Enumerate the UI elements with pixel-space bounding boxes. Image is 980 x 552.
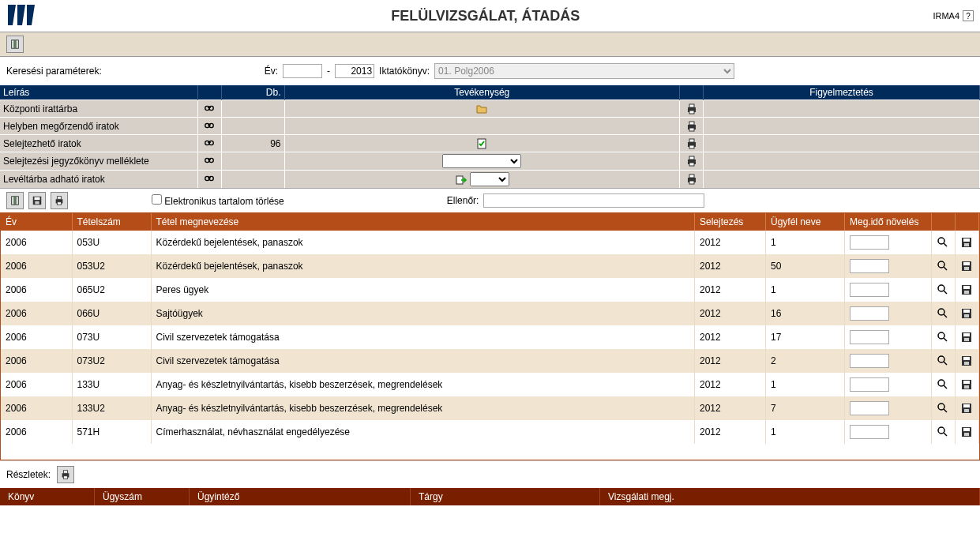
svg-rect-55 — [963, 286, 970, 289]
cell-megnev: Peres ügyek — [151, 278, 695, 302]
table-row[interactable]: 2006065U2Peres ügyek20121 — [1, 278, 979, 302]
cell-tetel: 571H — [72, 420, 151, 444]
megido-input[interactable] — [850, 425, 889, 439]
svg-rect-89 — [63, 476, 67, 479]
save-row-icon[interactable] — [960, 402, 973, 415]
activity-select-2[interactable] — [470, 172, 509, 186]
book-label: Iktatókönyv: — [379, 66, 430, 77]
table-row[interactable]: 2006571HCímerhasználat, névhasználat eng… — [1, 420, 979, 444]
megido-input[interactable] — [850, 283, 889, 297]
row-db: 96 — [221, 135, 284, 152]
exit-button-2[interactable] — [6, 192, 24, 209]
svg-line-78 — [944, 409, 947, 412]
col-selejt: Selejtezés — [695, 213, 766, 231]
zoom-icon[interactable] — [937, 307, 949, 320]
svg-point-72 — [938, 380, 944, 386]
svg-rect-38 — [35, 201, 39, 205]
tab-konyv[interactable]: Könyv — [0, 488, 95, 505]
check-doc-icon[interactable] — [475, 137, 488, 150]
delete-content-checkbox[interactable] — [152, 194, 162, 205]
megido-input[interactable] — [850, 401, 889, 415]
save-row-icon[interactable] — [960, 378, 973, 391]
zoom-icon[interactable] — [937, 236, 949, 249]
table-row[interactable]: 2006133UAnyag- és készletnyilvántartás, … — [1, 373, 979, 396]
cell-megido — [845, 349, 932, 373]
save-row-icon[interactable] — [960, 236, 973, 249]
zoom-icon[interactable] — [937, 284, 949, 296]
save-row-icon[interactable] — [960, 307, 973, 320]
col-ev: Év — [1, 213, 72, 231]
year-to-input[interactable] — [335, 64, 374, 78]
svg-rect-81 — [964, 409, 969, 412]
save-row-icon[interactable] — [960, 426, 973, 438]
megido-input[interactable] — [850, 235, 889, 250]
col-save — [956, 213, 979, 231]
megido-input[interactable] — [850, 259, 889, 273]
table-row[interactable]: 2006066USajtóügyek201216 — [1, 302, 979, 325]
tab-vizsgalati[interactable]: Vizsgálati megj. — [600, 488, 980, 505]
zoom-icon[interactable] — [937, 331, 949, 344]
cell-ugyfel: 7 — [766, 396, 845, 420]
save-row-icon[interactable] — [960, 284, 973, 296]
ellenor-input[interactable] — [483, 193, 704, 208]
cell-tetel: 066U — [72, 302, 151, 325]
cell-megido — [845, 325, 932, 349]
exit-button[interactable] — [6, 36, 24, 53]
zoom-icon[interactable] — [937, 426, 949, 438]
print-icon[interactable] — [685, 120, 698, 133]
zoom-icon[interactable] — [937, 260, 949, 272]
save-button-1[interactable] — [28, 192, 46, 209]
book-select[interactable]: 01. Polg2006 — [434, 63, 734, 79]
tab-ugyszam[interactable]: Ügyszám — [95, 488, 190, 505]
export-icon[interactable] — [455, 174, 467, 186]
svg-line-48 — [944, 267, 947, 270]
activity-select[interactable] — [442, 154, 521, 168]
save-row-icon[interactable] — [960, 331, 973, 344]
tab-targy[interactable]: Tárgy — [411, 488, 600, 505]
row-activity — [284, 100, 680, 118]
binoculars-icon[interactable] — [203, 120, 216, 133]
zoom-icon[interactable] — [937, 355, 949, 367]
print-icon[interactable] — [685, 155, 698, 167]
cell-ev: 2006 — [1, 254, 72, 278]
svg-rect-1 — [13, 40, 17, 49]
table-row[interactable]: 2006053UKözérdekű bejelentések, panaszok… — [1, 231, 979, 254]
row-leiras: Selejtezési jegyzőkönyv melléklete — [0, 152, 197, 171]
print-icon[interactable] — [685, 137, 698, 150]
print-details-button[interactable] — [57, 466, 74, 483]
binoculars-icon[interactable] — [203, 155, 216, 167]
table-row[interactable]: 2006053U2Közérdekű bejelentések, panaszo… — [1, 254, 979, 278]
table-row[interactable]: 2006073UCivil szervezetek támogatása2012… — [1, 325, 979, 349]
binoculars-icon[interactable] — [203, 137, 216, 150]
table-row[interactable]: 2006133U2Anyag- és készletnyilvántartás,… — [1, 396, 979, 420]
help-button[interactable]: ? — [963, 10, 974, 21]
zoom-icon[interactable] — [937, 378, 949, 391]
year-from-input[interactable] — [283, 64, 322, 78]
binoculars-icon[interactable] — [203, 103, 216, 115]
search-label: Keresési paraméterek: — [6, 66, 102, 77]
print-button-1[interactable] — [51, 192, 68, 209]
print-icon[interactable] — [685, 173, 698, 186]
megido-input[interactable] — [850, 354, 889, 368]
folder-icon[interactable] — [475, 103, 488, 115]
zoom-icon[interactable] — [937, 402, 949, 415]
megido-input[interactable] — [850, 306, 889, 321]
svg-rect-32 — [689, 175, 694, 178]
col-megido: Meg.idő növelés — [845, 213, 932, 231]
svg-rect-7 — [689, 111, 694, 114]
svg-rect-45 — [963, 238, 970, 242]
page-title: FELÜLVIZSGÁLAT, ÁTADÁS — [38, 8, 933, 24]
print-icon[interactable] — [685, 103, 698, 115]
save-row-icon[interactable] — [960, 355, 973, 367]
year-label: Év: — [265, 66, 278, 77]
tab-ugyintezo[interactable]: Ügyintéző — [190, 488, 411, 505]
svg-line-68 — [944, 362, 947, 365]
svg-rect-40 — [57, 197, 61, 200]
megido-input[interactable] — [850, 330, 889, 344]
col-search-icon — [197, 85, 221, 100]
table-row[interactable]: 2006073U2Civil szervezetek támogatása201… — [1, 349, 979, 373]
save-row-icon[interactable] — [960, 260, 973, 272]
svg-rect-19 — [689, 139, 694, 142]
binoculars-icon[interactable] — [203, 173, 216, 186]
megido-input[interactable] — [850, 377, 889, 392]
